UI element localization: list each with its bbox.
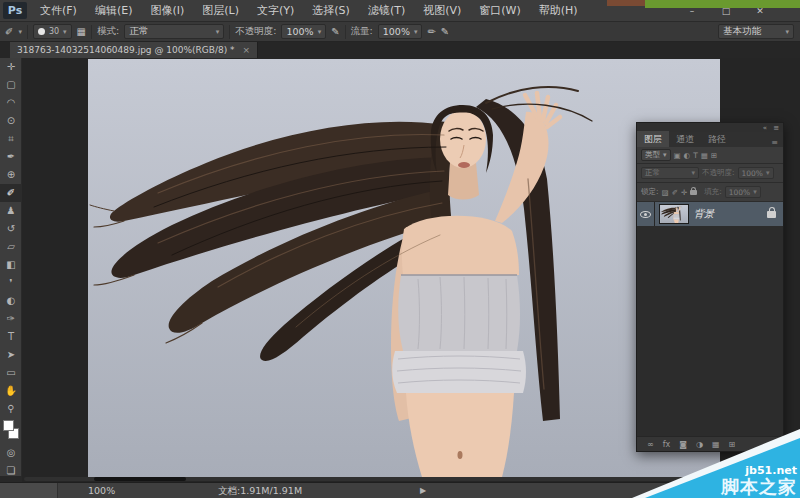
canvas-image[interactable] (88, 59, 720, 477)
chevron-down-icon: ▾ (663, 151, 667, 159)
quick-mask-button[interactable]: ◎ (0, 444, 22, 462)
lock-all-icon[interactable] (690, 190, 697, 195)
tool-quick-selection[interactable]: ⊙ (0, 112, 22, 130)
scrollbar-thumb[interactable] (94, 477, 186, 481)
menu-select[interactable]: 选择(S) (303, 0, 359, 22)
tool-options-bar: ✐ ▾ 30 ▾ ▦ 模式: 正常 ▾ 不透明度: 100% ▾ ✎ 流量: 1… (0, 22, 800, 42)
lock-pixels-icon[interactable]: ✐ (672, 188, 678, 197)
chevron-down-icon: ▾ (414, 28, 418, 36)
adjustment-layer-icon[interactable]: ◑ (696, 440, 703, 449)
link-layers-icon[interactable]: ∞ (647, 440, 654, 449)
panel-menu-icon[interactable]: ≡ (771, 138, 783, 147)
layer-mask-icon[interactable]: ◙ (679, 440, 687, 449)
tablet-pressure-size-icon[interactable]: ✎ (441, 26, 449, 37)
tab-channels[interactable]: 通道 (669, 131, 701, 147)
fill-label: 填充: (704, 187, 722, 197)
tool-pen[interactable]: ✑ (0, 310, 22, 328)
foreground-color-swatch[interactable] (3, 420, 14, 431)
tab-layers[interactable]: 图层 (637, 131, 669, 147)
brush-tip-icon (38, 28, 45, 35)
status-bar-corner (0, 483, 58, 498)
toggle-brush-panel-icon[interactable]: ▦ (77, 26, 86, 37)
layer-thumbnail[interactable] (659, 204, 689, 224)
brush-preset-picker[interactable]: 30 ▾ (33, 24, 72, 39)
tab-paths[interactable]: 路径 (701, 131, 733, 147)
lock-position-icon[interactable]: ✛ (681, 188, 687, 197)
workspace-switcher[interactable]: 基本功能 ▾ (718, 24, 794, 39)
separator (27, 25, 28, 39)
tool-history-brush[interactable]: ↺ (0, 220, 22, 238)
photoshop-window: Ps 文件(F) 编辑(E) 图像(I) 图层(L) 文字(Y) 选择(S) 滤… (0, 0, 800, 498)
lock-transparency-icon[interactable]: ▨ (662, 188, 669, 197)
opacity-dropdown[interactable]: 100% ▾ (281, 24, 326, 39)
tab-close-icon[interactable]: × (243, 45, 251, 55)
tool-gradient[interactable]: ◧ (0, 256, 22, 274)
screen-mode-button[interactable]: ❏ (0, 462, 22, 480)
filter-type-layers-icon[interactable]: T (693, 151, 698, 160)
menu-type[interactable]: 文字(Y) (248, 0, 303, 22)
window-controls: – □ ✕ (680, 5, 772, 18)
horizontal-scrollbar[interactable] (24, 477, 718, 481)
tool-eyedropper[interactable]: ✒ (0, 148, 22, 166)
tool-rectangle-shape[interactable]: ▭ (0, 364, 22, 382)
background-lock-icon (767, 211, 776, 218)
tool-hand[interactable]: ✋ (0, 382, 22, 400)
airbrush-icon[interactable]: ✏ (427, 26, 435, 37)
menu-image[interactable]: 图像(I) (141, 0, 193, 22)
menu-window[interactable]: 窗口(W) (470, 0, 529, 22)
color-swatches[interactable] (0, 418, 22, 444)
tool-clone-stamp[interactable]: ♟ (0, 202, 22, 220)
blend-mode-dropdown[interactable]: 正常 ▾ (124, 24, 224, 39)
menu-edit[interactable]: 编辑(E) (86, 0, 142, 22)
panel-header-menu-icon[interactable]: ≡ (773, 124, 779, 132)
layer-group-icon[interactable]: ▦ (712, 440, 720, 449)
close-button[interactable]: ✕ (748, 5, 772, 18)
menu-view[interactable]: 视图(V) (414, 0, 470, 22)
fill-dropdown[interactable]: 100% ▾ (725, 186, 761, 198)
chevron-down-icon: ▾ (318, 28, 322, 36)
maximize-button[interactable]: □ (714, 5, 738, 18)
document-tab[interactable]: 318763-14032514060489.jpg @ 100%(RGB/8) … (10, 42, 258, 58)
fill-value: 100% (729, 188, 750, 197)
menu-help[interactable]: 帮助(H) (530, 0, 587, 22)
tool-zoom[interactable]: ⚲ (0, 400, 22, 418)
layer-blend-mode-dropdown[interactable]: 正常 ▾ (641, 167, 699, 179)
tool-path-selection[interactable]: ➤ (0, 346, 22, 364)
chevron-down-icon[interactable]: ▾ (18, 28, 22, 36)
minimize-button[interactable]: – (680, 5, 704, 18)
filter-adjustment-layers-icon[interactable]: ◐ (684, 151, 691, 160)
layer-row-background[interactable]: 背景 (637, 202, 783, 226)
menu-filter[interactable]: 滤镜(T) (359, 0, 414, 22)
new-layer-icon[interactable]: ⊞ (729, 440, 736, 449)
layer-opacity-label: 不透明度: (702, 168, 735, 178)
tool-rectangular-marquee[interactable]: ▢ (0, 76, 22, 94)
tool-spot-healing-brush[interactable]: ⊕ (0, 166, 22, 184)
tool-move[interactable]: ✛ (0, 58, 22, 76)
tool-brush[interactable]: ✐ (0, 184, 22, 202)
filter-shape-layers-icon[interactable]: ▦ (701, 151, 708, 160)
flow-label: 流量: (351, 25, 373, 38)
brush-tool-icon[interactable]: ✐ (5, 26, 13, 37)
flow-value: 100% (383, 26, 410, 37)
tool-lasso[interactable]: ◠ (0, 94, 22, 112)
collapse-panel-icon[interactable]: « (763, 124, 767, 132)
flow-dropdown[interactable]: 100% ▾ (378, 24, 423, 39)
layer-visibility-toggle[interactable] (637, 202, 655, 226)
tool-dodge[interactable]: ◐ (0, 292, 22, 310)
lock-label: 锁定: (641, 187, 659, 197)
status-options-arrow-icon[interactable]: ▶ (420, 486, 426, 495)
tool-eraser[interactable]: ▱ (0, 238, 22, 256)
menu-layer[interactable]: 图层(L) (193, 0, 248, 22)
tablet-pressure-opacity-icon[interactable]: ✎ (331, 26, 339, 37)
filter-pixel-layers-icon[interactable]: ▣ (674, 151, 681, 160)
layer-style-icon[interactable]: fx (663, 440, 671, 449)
menu-file[interactable]: 文件(F) (31, 0, 86, 22)
tool-type[interactable]: T (0, 328, 22, 346)
layer-opacity-dropdown[interactable]: 100% ▾ (738, 167, 774, 179)
tool-blur[interactable]: ❜ (0, 274, 22, 292)
filter-type-dropdown[interactable]: 类型 ▾ (641, 149, 671, 161)
zoom-level-field[interactable]: 100% (88, 485, 115, 496)
document-size-info: 文档:1.91M/1.91M (218, 485, 302, 498)
tool-crop[interactable]: ⌗ (0, 130, 22, 148)
filter-smart-objects-icon[interactable]: ⊞ (711, 151, 717, 160)
